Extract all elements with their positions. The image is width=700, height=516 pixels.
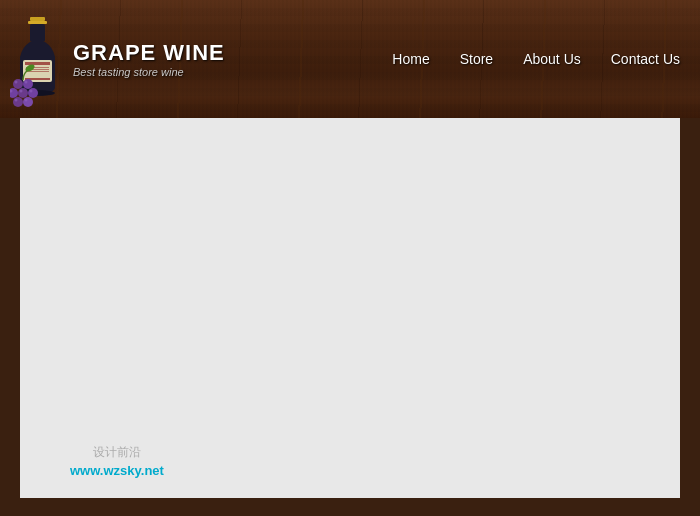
logo-title: GRAPE WINE: [73, 40, 225, 66]
svg-point-21: [30, 89, 33, 92]
nav-contact[interactable]: Contact Us: [611, 51, 680, 67]
svg-point-13: [18, 88, 28, 98]
nav-home[interactable]: Home: [392, 51, 429, 67]
svg-point-22: [15, 98, 18, 101]
nav-store[interactable]: Store: [460, 51, 493, 67]
svg-point-14: [28, 88, 38, 98]
main-nav: Home Store About Us Contact Us: [392, 51, 680, 67]
svg-point-15: [13, 97, 23, 107]
logo-area: GRAPE WINE Best tasting store wine: [10, 12, 225, 107]
watermark-line2: www.wzsky.net: [70, 463, 164, 478]
watermark-area: 设计前沿 www.wzsky.net: [70, 444, 164, 478]
wine-bottle-icon: [10, 12, 65, 107]
main-content: 设计前沿 www.wzsky.net: [20, 118, 680, 498]
content-inner: [20, 118, 680, 498]
svg-point-20: [20, 89, 23, 92]
header: GRAPE WINE Best tasting store wine Home …: [0, 0, 700, 118]
svg-point-17: [15, 80, 18, 83]
svg-point-11: [23, 79, 33, 89]
svg-point-10: [13, 79, 23, 89]
watermark-line1: 设计前沿: [70, 444, 164, 461]
nav-about[interactable]: About Us: [523, 51, 581, 67]
svg-point-23: [25, 98, 28, 101]
svg-point-16: [23, 97, 33, 107]
svg-point-12: [10, 88, 18, 98]
svg-rect-1: [28, 21, 47, 24]
svg-rect-4: [25, 62, 50, 65]
svg-rect-2: [30, 24, 45, 42]
svg-rect-0: [30, 17, 45, 21]
logo-text: GRAPE WINE Best tasting store wine: [73, 40, 225, 78]
logo-subtitle: Best tasting store wine: [73, 66, 225, 78]
svg-point-18: [25, 80, 28, 83]
